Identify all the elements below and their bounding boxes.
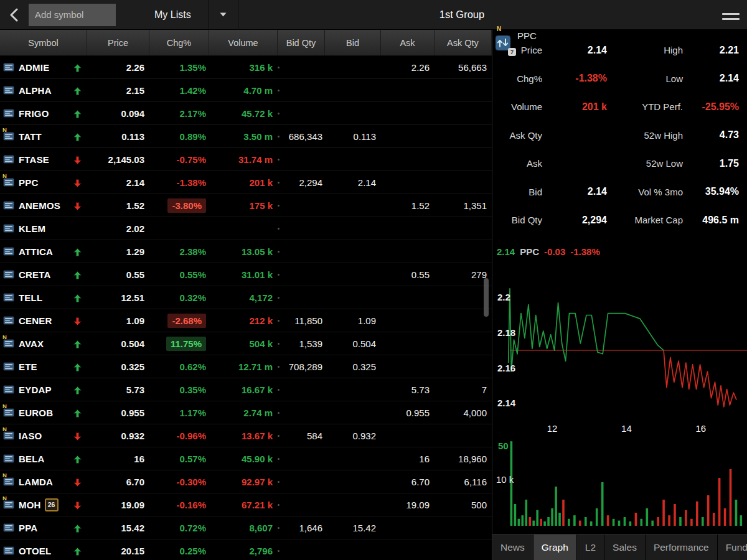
table-row[interactable]: NTATT0.1130.89%3.50 m686,3430.113: [0, 125, 492, 148]
table-row[interactable]: OTOEL20.150.25%2,796: [0, 539, 492, 560]
ask-qty-cell: [435, 171, 492, 194]
change-value: -0.96%: [176, 431, 206, 441]
bid-qty-cell: 1,539: [278, 332, 325, 355]
table-row[interactable]: CENER1.09-2.68%212 k11,8501.09: [0, 309, 492, 332]
table-row[interactable]: KLEM2.02: [0, 217, 492, 240]
stat-label: Chg%: [492, 73, 542, 84]
tab-l2[interactable]: L2: [577, 534, 604, 560]
column-header-bid[interactable]: Bid: [325, 30, 381, 55]
symbol-name: TELL: [19, 292, 42, 303]
new-listing-badge: N: [497, 26, 501, 32]
stat-value: 1.75: [683, 158, 743, 169]
change-cell: -2.68%: [149, 309, 209, 332]
tab-performance[interactable]: Performance: [646, 534, 718, 560]
symbol-name: EYDAP: [19, 385, 52, 395]
column-header-symbol[interactable]: Symbol: [0, 30, 87, 55]
tab-graph[interactable]: Graph: [533, 534, 577, 560]
column-header-price[interactable]: Price: [87, 30, 149, 55]
ticker-icon: N: [3, 339, 14, 348]
tab-fundamentals[interactable]: Fundamentals: [718, 534, 747, 560]
change-cell: -1.38%: [149, 171, 209, 194]
back-button[interactable]: [0, 0, 27, 30]
change-cell: 11.75%: [149, 332, 209, 355]
ask-cell: [381, 355, 435, 378]
table-row[interactable]: PPA15.420.72%8,6071,64615.42: [0, 516, 492, 539]
column-header-ask[interactable]: Ask: [381, 30, 435, 55]
bid-qty-cell: [278, 79, 325, 101]
volume-cell: 2,796: [209, 539, 278, 560]
tab-news[interactable]: News: [492, 534, 533, 560]
column-divider-dot: [278, 182, 280, 184]
table-row[interactable]: ETE0.3250.62%12.71 m708,2890.325: [0, 355, 492, 378]
table-row[interactable]: ATTICA1.292.38%13.05 k: [0, 240, 492, 263]
stat-value: 2.14: [683, 73, 743, 84]
new-listing-badge: N: [2, 126, 7, 133]
column-divider-dot: [278, 67, 280, 68]
price-cell: 12.51: [87, 286, 149, 309]
price-up-arrow-icon: [73, 271, 82, 279]
scrollbar-thumb[interactable]: [484, 278, 489, 317]
new-listing-badge: N: [2, 495, 7, 502]
table-row[interactable]: TELL12.510.32%4,172: [0, 286, 492, 309]
y-axis-label: 2.14: [497, 398, 515, 408]
tab-sales[interactable]: Sales: [604, 534, 646, 560]
volume-cell: 45.72 k: [209, 102, 278, 124]
add-symbol-input[interactable]: [29, 4, 116, 26]
price-cell: 5.73: [87, 378, 149, 401]
table-row[interactable]: FTASE2,145.03-0.75%31.74 m: [0, 148, 492, 171]
table-row[interactable]: EYDAP5.730.35%16.67 k5.737: [0, 378, 492, 401]
price-down-arrow-icon: [73, 501, 82, 509]
change-value: 2.38%: [179, 246, 206, 257]
bid-cell: [325, 102, 381, 124]
symbol-cell: PPA: [0, 516, 87, 539]
table-row[interactable]: ALPHA2.151.42%4.70 m: [0, 79, 492, 102]
price-chart[interactable]: 2.22.182.162.14: [492, 261, 747, 422]
table-row[interactable]: ADMIE2.261.35%316 k2.2656,663: [0, 56, 492, 79]
column-divider-dot: [278, 481, 280, 483]
column-header-bidqty[interactable]: Bid Qty: [278, 30, 325, 55]
table-row[interactable]: CRETA0.550.55%31.01 k0.55279: [0, 263, 492, 286]
symbol-cell: TELL: [0, 286, 87, 309]
ask-cell: [381, 79, 435, 101]
lists-dropdown-button[interactable]: [209, 0, 238, 30]
bid-cell: [325, 447, 381, 470]
volume-cell: 201 k: [209, 171, 278, 194]
column-divider-dot: [278, 343, 280, 345]
stat-label: Price: [492, 45, 542, 55]
ask-qty-cell: 7: [435, 378, 492, 401]
symbol-cell: NLAMDA: [0, 470, 87, 493]
column-header-chg[interactable]: Chg%: [149, 30, 209, 55]
symbol-name: OTOEL: [19, 546, 51, 556]
menu-icon[interactable]: [722, 10, 740, 23]
change-cell: -3.80%: [149, 194, 209, 217]
volume-cell: 316 k: [209, 56, 278, 78]
ask-qty-cell: [435, 240, 492, 263]
bid-cell: 0.932: [325, 424, 381, 447]
ask-cell: 0.955: [381, 401, 435, 424]
ask-cell: [381, 309, 435, 332]
column-header-volume[interactable]: Volume: [209, 30, 278, 55]
price-cell: 0.113: [87, 125, 149, 147]
price-cell: 0.955: [87, 401, 149, 424]
stat-row: Ask52w Low1.75: [492, 149, 747, 178]
bid-cell: [325, 378, 381, 401]
column-header-askqty[interactable]: Ask Qty: [435, 30, 492, 55]
stat-label: Bid: [492, 187, 542, 197]
volume-chart[interactable]: 50 10 k: [492, 434, 747, 528]
table-row[interactable]: FRIGO0.0942.17%45.72 k: [0, 102, 492, 125]
table-row[interactable]: NPPC2.14-1.38%201 k2,2942.14: [0, 171, 492, 194]
change-value: 0.72%: [179, 523, 206, 533]
table-row[interactable]: ANEMOS1.52-3.80%175 k1.521,351: [0, 194, 492, 217]
change-cell: 2.17%: [149, 102, 209, 124]
stat-label: Ask Qty: [492, 130, 542, 141]
table-row[interactable]: NLAMDA6.70-0.30%92.97 k6.706,116: [0, 470, 492, 493]
table-row[interactable]: NEUROB0.9551.17%2.74 m0.9554,000: [0, 401, 492, 424]
column-divider-dot: [278, 251, 280, 253]
table-row[interactable]: NMOH2619.09-0.16%67.21 k19.09500: [0, 493, 492, 516]
bid-cell: [325, 539, 381, 560]
table-row[interactable]: NAVAX0.50411.75%504 k1,5390.504: [0, 332, 492, 355]
my-lists-button[interactable]: My Lists: [137, 0, 209, 30]
price-up-arrow-icon: [73, 409, 82, 417]
table-row[interactable]: BELA160.57%45.90 k1618,960: [0, 447, 492, 470]
table-row[interactable]: NIASO0.932-0.96%13.67 k5840.932: [0, 424, 492, 447]
